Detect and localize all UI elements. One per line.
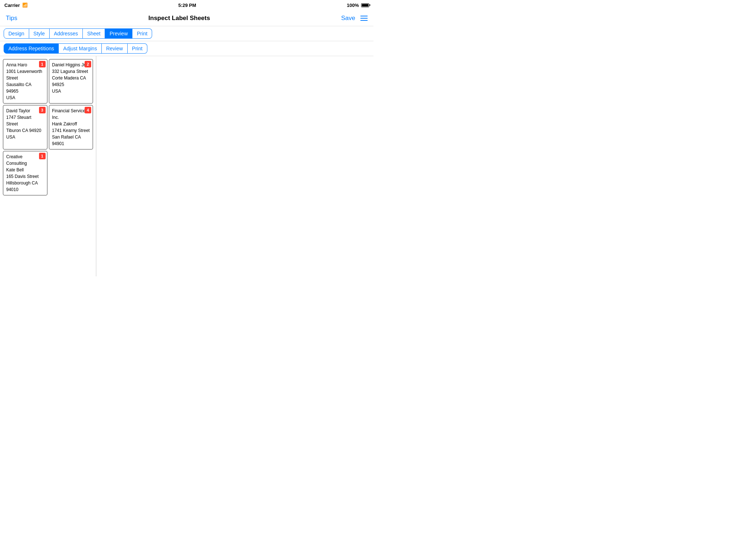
status-bar: Carrier 📶 5:29 PM 100% bbox=[0, 0, 374, 10]
subtab-review[interactable]: Review bbox=[102, 43, 128, 54]
tab-sheet[interactable]: Sheet bbox=[83, 28, 105, 39]
badge-3: 3 bbox=[39, 107, 46, 113]
tab-bar-1: Design Style Addresses Sheet Preview Pri… bbox=[0, 26, 374, 41]
status-time: 5:29 PM bbox=[178, 3, 196, 8]
badge-5: 1 bbox=[39, 153, 46, 159]
subtab-address-repetitions[interactable]: Address Repetitions bbox=[4, 43, 59, 54]
tab-style[interactable]: Style bbox=[29, 28, 50, 39]
wifi-icon: 📶 bbox=[22, 3, 28, 8]
save-button[interactable]: Save bbox=[341, 15, 355, 22]
carrier-label: Carrier bbox=[4, 3, 20, 8]
battery-icon bbox=[361, 3, 369, 7]
status-left: Carrier 📶 bbox=[4, 3, 28, 8]
tips-button[interactable]: Tips bbox=[6, 15, 18, 22]
badge-1: 1 bbox=[39, 61, 46, 67]
address-text-1: Anna Haro1001 Leavenworth StreetSausalit… bbox=[6, 62, 44, 101]
tab-preview[interactable]: Preview bbox=[105, 28, 132, 39]
tab-bar-2: Address Repetitions Adjust Margins Revie… bbox=[0, 41, 374, 56]
address-text-2: Daniel Higgins Jr.332 Laguna StreetCorte… bbox=[52, 62, 90, 94]
address-text-4: Financial Services Inc.Hank Zakroff1741 … bbox=[52, 108, 90, 147]
label-grid: 1 Anna Haro1001 Leavenworth StreetSausal… bbox=[3, 59, 93, 195]
nav-right: Save bbox=[341, 15, 368, 22]
label-card-2[interactable]: 2 Daniel Higgins Jr.332 Laguna StreetCor… bbox=[49, 59, 93, 104]
label-card-3[interactable]: 3 David Taylor1747 Steuart StreetTiburon… bbox=[3, 105, 47, 149]
label-card-1[interactable]: 1 Anna Haro1001 Leavenworth StreetSausal… bbox=[3, 59, 47, 104]
address-text-5: Creative ConsultingKate Bell165 Davis St… bbox=[6, 153, 44, 193]
badge-4: 4 bbox=[85, 107, 91, 113]
left-panel: 1 Anna Haro1001 Leavenworth StreetSausal… bbox=[0, 56, 96, 276]
badge-2: 2 bbox=[85, 61, 91, 67]
subtab-print[interactable]: Print bbox=[128, 43, 147, 54]
menu-icon[interactable] bbox=[360, 16, 368, 21]
subtab-adjust-margins[interactable]: Adjust Margins bbox=[59, 43, 102, 54]
nav-title: Inspect Label Sheets bbox=[148, 15, 210, 22]
nav-bar: Tips Inspect Label Sheets Save bbox=[0, 10, 374, 26]
battery-label: 100% bbox=[347, 3, 359, 8]
tab-design[interactable]: Design bbox=[4, 28, 29, 39]
right-panel bbox=[96, 56, 374, 276]
main-layout: 1 Anna Haro1001 Leavenworth StreetSausal… bbox=[0, 56, 374, 276]
tab-print[interactable]: Print bbox=[132, 28, 152, 39]
address-text-3: David Taylor1747 Steuart StreetTiburon C… bbox=[6, 108, 44, 140]
label-card-5[interactable]: 1 Creative ConsultingKate Bell165 Davis … bbox=[3, 151, 47, 195]
status-right: 100% bbox=[347, 3, 369, 8]
tab-addresses[interactable]: Addresses bbox=[50, 28, 83, 39]
label-card-4[interactable]: 4 Financial Services Inc.Hank Zakroff174… bbox=[49, 105, 93, 149]
